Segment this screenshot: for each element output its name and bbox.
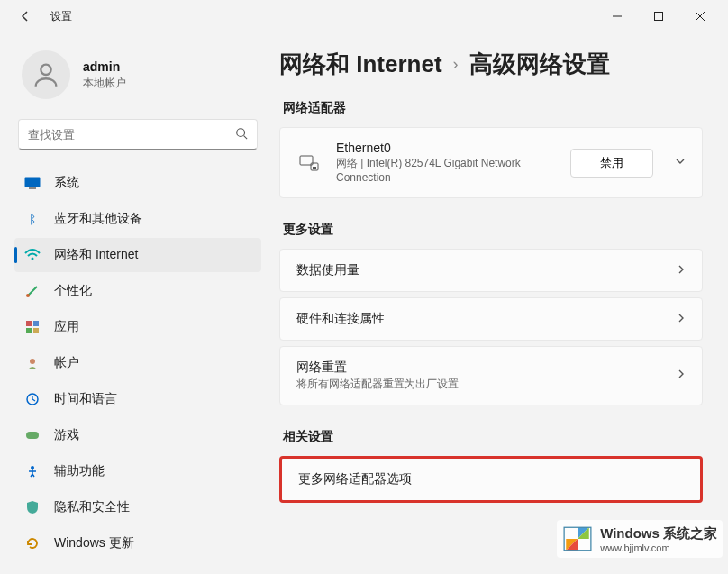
section-more-title: 更多设置 [283, 222, 703, 238]
watermark-title: Windows 系统之家 [600, 525, 717, 542]
section-adapters-title: 网络适配器 [283, 100, 703, 116]
chevron-right-icon [677, 264, 686, 278]
user-subtitle: 本地帐户 [83, 76, 126, 91]
sidebar-item-label: 辅助功能 [54, 463, 105, 479]
person-icon [31, 59, 61, 90]
apps-icon [23, 318, 41, 336]
chevron-right-icon [677, 313, 686, 326]
close-button[interactable] [679, 2, 721, 31]
minimize-button[interactable] [596, 2, 638, 31]
sidebar-item-label: 蓝牙和其他设备 [54, 211, 142, 227]
sidebar-item-accounts[interactable]: 帐户 [14, 346, 261, 380]
sidebar-item-personalization[interactable]: 个性化 [14, 274, 261, 308]
sidebar-item-timelang[interactable]: 时间和语言 [14, 382, 261, 416]
card-title: 更多网络适配器选项 [298, 471, 675, 487]
update-icon [23, 534, 41, 552]
sidebar-item-label: Windows 更新 [54, 535, 134, 551]
adapter-card[interactable]: Ethernet0 网络 | Intel(R) 82574L Gigabit N… [279, 127, 703, 198]
sidebar-item-label: 时间和语言 [54, 391, 117, 407]
data-usage-card[interactable]: 数据使用量 [279, 249, 703, 292]
back-button[interactable] [13, 4, 38, 29]
bluetooth-icon: ᛒ [23, 210, 41, 228]
search-icon [235, 127, 248, 142]
adapter-desc: 网络 | Intel(R) 82574L Gigabit Network Con… [336, 157, 570, 185]
svg-line-6 [244, 135, 248, 139]
card-title: 数据使用量 [296, 262, 668, 278]
section-related-title: 相关设置 [283, 429, 703, 445]
card-title: 网络重置 [296, 360, 668, 376]
svg-point-9 [32, 258, 34, 260]
close-icon [696, 12, 705, 21]
wifi-icon [23, 246, 41, 264]
card-sub: 将所有网络适配器重置为出厂设置 [296, 378, 668, 392]
chevron-right-icon [677, 369, 686, 382]
ethernet-icon [296, 154, 322, 172]
user-block[interactable]: admin 本地帐户 [14, 32, 261, 119]
breadcrumb: 网络和 Internet › 高级网络设置 [279, 49, 703, 80]
svg-point-5 [237, 128, 245, 136]
sidebar-item-update[interactable]: Windows 更新 [14, 526, 261, 560]
windows-logo-icon [562, 524, 593, 554]
svg-point-15 [30, 359, 35, 364]
clock-icon [23, 390, 41, 408]
sidebar-item-network[interactable]: 网络和 Internet [14, 238, 261, 272]
sidebar-item-system[interactable]: 系统 [14, 166, 261, 200]
arrow-left-icon [19, 10, 32, 23]
sidebar-item-label: 隐私和安全性 [54, 499, 130, 515]
breadcrumb-current: 高级网络设置 [469, 49, 610, 80]
main-content: 网络和 Internet › 高级网络设置 网络适配器 Ethernet0 网络… [270, 32, 728, 574]
svg-rect-13 [26, 328, 32, 333]
svg-point-10 [26, 294, 30, 297]
sidebar-item-label: 帐户 [54, 355, 79, 371]
sidebar-item-gaming[interactable]: 游戏 [14, 418, 261, 452]
maximize-icon [654, 12, 663, 21]
sidebar-item-privacy[interactable]: 隐私和安全性 [14, 490, 261, 524]
svg-point-4 [41, 65, 50, 75]
sidebar-item-accessibility[interactable]: 辅助功能 [14, 454, 261, 488]
hardware-properties-card[interactable]: 硬件和连接属性 [279, 297, 703, 341]
search-box[interactable] [18, 119, 258, 150]
accessibility-icon [23, 462, 41, 480]
svg-rect-8 [29, 187, 36, 189]
sidebar: admin 本地帐户 系统 ᛒ 蓝牙和其他设备 网络和 Internet 个性化 [0, 32, 270, 574]
sidebar-item-label: 系统 [54, 175, 79, 191]
watermark-url: www.bjjmlv.com [600, 542, 717, 553]
breadcrumb-parent[interactable]: 网络和 Internet [279, 49, 442, 80]
svg-point-18 [31, 466, 34, 469]
svg-rect-21 [313, 167, 316, 169]
sidebar-item-apps[interactable]: 应用 [14, 310, 261, 344]
svg-rect-11 [26, 321, 32, 326]
sidebar-item-label: 个性化 [54, 283, 92, 299]
sidebar-item-label: 游戏 [54, 427, 79, 443]
network-reset-card[interactable]: 网络重置 将所有网络适配器重置为出厂设置 [279, 346, 703, 405]
gamepad-icon [23, 426, 41, 444]
svg-rect-1 [655, 13, 663, 21]
sidebar-item-label: 应用 [54, 319, 79, 335]
titlebar: 设置 [0, 0, 728, 32]
chevron-right-icon: › [453, 55, 459, 74]
accounts-icon [23, 354, 41, 372]
chevron-down-icon[interactable] [675, 156, 686, 169]
minimize-icon [613, 12, 622, 21]
svg-rect-7 [25, 178, 41, 187]
search-input[interactable] [28, 128, 235, 141]
svg-rect-17 [26, 432, 39, 439]
maximize-button[interactable] [638, 2, 679, 31]
sidebar-item-label: 网络和 Internet [54, 247, 138, 263]
svg-rect-14 [33, 328, 39, 333]
brush-icon [23, 282, 41, 300]
window-title: 设置 [50, 9, 72, 24]
sidebar-item-bluetooth[interactable]: ᛒ 蓝牙和其他设备 [14, 202, 261, 236]
adapter-name: Ethernet0 [336, 141, 570, 155]
user-name: admin [83, 59, 126, 74]
svg-rect-12 [33, 321, 39, 326]
avatar [22, 50, 70, 99]
disable-button[interactable]: 禁用 [570, 149, 653, 178]
shield-icon [23, 498, 41, 516]
watermark: Windows 系统之家 www.bjjmlv.com [557, 520, 723, 558]
system-icon [23, 174, 41, 192]
more-adapter-options-card[interactable]: 更多网络适配器选项 [279, 456, 703, 503]
card-title: 硬件和连接属性 [296, 311, 668, 327]
